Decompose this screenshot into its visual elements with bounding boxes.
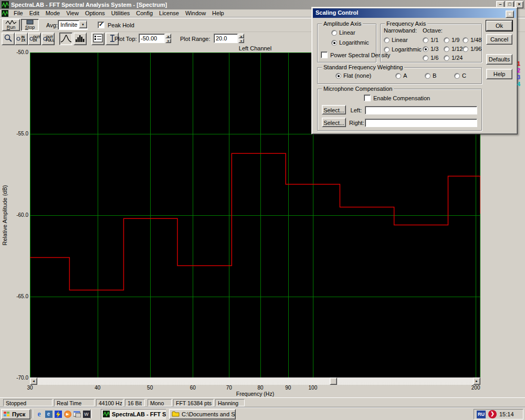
octave-1-24[interactable]: 1/24 [444, 55, 463, 61]
menu-license[interactable]: License [156, 9, 182, 17]
weighting-a[interactable]: A [395, 72, 407, 79]
spinner-down-icon[interactable]: ▼ [238, 38, 244, 43]
radio-icon [463, 37, 468, 43]
spinner-up-icon[interactable]: ▲ [165, 34, 171, 38]
task-button-1[interactable]: SpectraLAB - FFT Spe... [101, 409, 166, 419]
scroll-right-icon[interactable]: ► [473, 377, 480, 385]
ok-button[interactable]: Ok [486, 20, 512, 31]
show-desktop-icon[interactable] [72, 410, 81, 418]
menu-utilities[interactable]: Utilities [108, 9, 133, 17]
plot-range-stepper[interactable]: ▲ ▼ [238, 34, 244, 43]
radio-icon [423, 37, 428, 43]
psd-checkbox[interactable] [321, 51, 328, 58]
amplitude-logarithmic[interactable]: Logarithmic [331, 39, 369, 46]
octave-1-3[interactable]: 1/3 [423, 46, 438, 52]
desktop: SpectraLAB - FFT Spectral Analysis Syste… [0, 0, 525, 420]
amplitude-linear[interactable]: Linear [331, 29, 355, 36]
octave-1-9[interactable]: 1/9 [444, 37, 459, 43]
x-tick-label: 30 [27, 385, 33, 391]
radio-label: 1/1 [430, 37, 438, 43]
divider [32, 410, 33, 418]
radio-icon [425, 73, 430, 79]
enable-compensation-checkbox[interactable] [364, 94, 371, 101]
cancel-button[interactable]: Cancel [486, 34, 512, 45]
octave-1-6[interactable]: 1/6 [423, 55, 438, 61]
zoom-button[interactable] [2, 33, 15, 45]
document-icon[interactable] [2, 10, 8, 17]
x-tick-label: 100 [309, 385, 318, 391]
help-button[interactable]: Help [486, 69, 512, 79]
scrollbar-thumb[interactable] [330, 377, 337, 385]
radio-label: Linear [392, 37, 408, 43]
chevron-down-icon[interactable]: ▼ [79, 20, 87, 28]
weighting-flatnone[interactable]: Flat (none) [335, 72, 371, 79]
zoom-out-2x-button[interactable]: OUT 2X [28, 33, 41, 45]
divider [90, 410, 92, 418]
peak-hold-checkbox[interactable] [98, 22, 104, 28]
plot-top-stepper[interactable]: ▲ ▼ [165, 34, 171, 43]
winamp-icon[interactable]: W [82, 410, 91, 418]
zoom-in-2x-button[interactable]: IN 2X [15, 33, 28, 45]
weighting-c[interactable]: C [454, 72, 466, 79]
trace-marker-2[interactable]: 2 [517, 67, 522, 74]
bar-display-button[interactable] [74, 33, 87, 45]
radio-icon [395, 73, 401, 79]
spectrum-curve-button[interactable] [59, 33, 72, 45]
plot-range-input[interactable]: 20.0 [214, 34, 238, 43]
tray-app-icon[interactable]: ❯ [488, 410, 497, 418]
radio-label: 1/24 [452, 55, 463, 61]
media-player-icon[interactable]: ▶ [63, 410, 72, 418]
x-axis-title: Frequency (Hz) [30, 391, 480, 397]
weighting-group: Standard Frequency Weighting Flat (none)… [317, 67, 482, 84]
radio-icon [463, 46, 468, 52]
radio-icon [444, 46, 449, 52]
weighting-b[interactable]: B [425, 72, 436, 79]
y-tick-label: -65.0 [10, 293, 28, 299]
dialog-close-icon[interactable]: × [506, 10, 514, 18]
menu-mode[interactable]: Mode [43, 9, 64, 17]
dialog-titlebar[interactable]: Scaling Control × [313, 8, 516, 18]
narrowband-logarithmic[interactable]: Logarithmic [384, 46, 422, 52]
trace-marker-1[interactable]: 1 [517, 60, 522, 67]
start-button[interactable]: Пуск [1, 409, 30, 419]
right-file-input[interactable] [365, 119, 477, 127]
run-button[interactable]: RRunun [2, 19, 20, 31]
spinner-up-icon[interactable]: ▲ [238, 34, 244, 38]
plot-top-label: Plot Top: [114, 36, 137, 42]
scroll-left-icon[interactable]: ◄ [30, 377, 37, 385]
trace-marker-3[interactable]: 3 [517, 74, 522, 80]
select-right-button[interactable]: Select... [322, 118, 346, 127]
internet-explorer-icon[interactable]: e [35, 410, 44, 418]
defaults-button[interactable]: Defaults [486, 54, 512, 65]
menu-options[interactable]: Options [82, 9, 108, 17]
enable-compensation-row[interactable]: Enable Compensation [364, 94, 430, 101]
language-indicator[interactable]: RU [477, 411, 486, 418]
octave-1-96[interactable]: 1/96 [463, 46, 481, 52]
flashget-icon[interactable] [54, 410, 62, 418]
plot-top-input[interactable]: -50.00 [139, 34, 165, 43]
left-file-input[interactable] [365, 106, 477, 114]
menu-edit[interactable]: Edit [26, 9, 43, 17]
narrowband-linear[interactable]: Linear [384, 37, 408, 43]
select-left-button[interactable]: Select... [322, 105, 346, 114]
menu-window[interactable]: Window [182, 9, 209, 17]
menu-help[interactable]: Help [209, 9, 227, 17]
zoom-out-full-button[interactable]: OUT FULL [41, 33, 55, 45]
octave-1-48[interactable]: 1/48 [463, 37, 481, 43]
trace-marker-4[interactable]: 4 [517, 81, 522, 87]
octave-1-1[interactable]: 1/1 [423, 37, 438, 43]
options-list-button[interactable] [91, 33, 104, 45]
clock[interactable]: 15:14 [499, 411, 514, 417]
mic-compensation-legend: Microphone Compensation [322, 86, 394, 92]
stop-button[interactable]: Stop [21, 19, 39, 31]
menu-file[interactable]: File [10, 9, 26, 17]
browser-icon[interactable]: e [44, 410, 53, 418]
avg-combobox[interactable]: Infinite ▼ [58, 20, 88, 30]
menu-view[interactable]: View [63, 9, 82, 17]
spectrum-curve-icon [60, 34, 72, 44]
menu-config[interactable]: Config [133, 9, 156, 17]
spinner-down-icon[interactable]: ▼ [165, 38, 171, 43]
octave-1-12[interactable]: 1/12 [444, 46, 463, 52]
plot-hscrollbar[interactable]: ◄ ► [30, 377, 480, 385]
task-button-2[interactable]: C:\Documents and Settin... [169, 409, 236, 419]
